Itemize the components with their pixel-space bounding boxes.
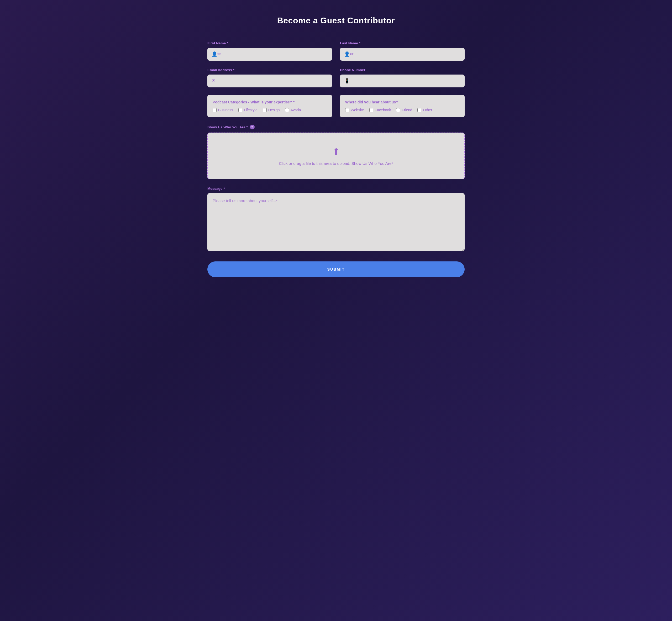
facebook-label: Facebook	[375, 108, 391, 112]
phone-icon: 📱	[344, 78, 350, 84]
last-name-input[interactable]	[356, 52, 460, 57]
checkbox-facebook[interactable]: Facebook	[369, 108, 391, 112]
design-label: Design	[268, 108, 280, 112]
email-col: Email Address * ✉	[207, 68, 332, 87]
page-title: Become a Guest Contributor	[207, 16, 465, 26]
email-input[interactable]	[218, 79, 328, 83]
business-checkbox[interactable]	[213, 108, 217, 112]
first-name-input[interactable]	[224, 52, 328, 57]
design-checkbox[interactable]	[263, 108, 267, 112]
facebook-checkbox[interactable]	[369, 108, 373, 112]
checkbox-other[interactable]: Other	[417, 108, 432, 112]
hear-about-col: Where did you hear about us? Website Fac…	[340, 95, 465, 117]
email-input-wrapper: ✉	[207, 75, 332, 87]
last-name-input-wrapper: 👤✏	[340, 48, 465, 60]
podcast-col: Podcast Categories - What is your expert…	[207, 95, 332, 117]
email-label: Email Address *	[207, 68, 332, 72]
other-label: Other	[423, 108, 432, 112]
contact-row: Email Address * ✉ Phone Number 📱	[207, 68, 465, 87]
other-checkbox[interactable]	[417, 108, 421, 112]
lifestyle-checkbox[interactable]	[238, 108, 242, 112]
website-label: Website	[351, 108, 364, 112]
podcast-options: Business Lifestyle Design Avada	[213, 108, 327, 112]
checkbox-friend[interactable]: Friend	[396, 108, 412, 112]
phone-col: Phone Number 📱	[340, 68, 465, 87]
phone-input[interactable]	[352, 79, 460, 83]
upload-instruction-text: Click or drag a file to this area to upl…	[279, 161, 393, 166]
person-edit-icon: 👤✏	[212, 51, 221, 57]
avada-label: Avada	[291, 108, 301, 112]
lifestyle-label: Lifestyle	[244, 108, 257, 112]
last-name-col: Last Name * 👤✏	[340, 41, 465, 60]
friend-label: Friend	[402, 108, 412, 112]
hear-about-options: Website Facebook Friend Other	[345, 108, 459, 112]
message-label: Message *	[207, 187, 465, 191]
message-textarea[interactable]	[207, 193, 465, 251]
envelope-icon: ✉	[212, 78, 215, 84]
friend-checkbox[interactable]	[396, 108, 400, 112]
business-label: Business	[218, 108, 233, 112]
first-name-label: First Name *	[207, 41, 332, 45]
checkbox-avada[interactable]: Avada	[285, 108, 301, 112]
checkbox-row: Podcast Categories - What is your expert…	[207, 95, 465, 117]
website-checkbox[interactable]	[345, 108, 349, 112]
form-container: Become a Guest Contributor First Name * …	[207, 16, 465, 277]
phone-label: Phone Number	[340, 68, 465, 72]
message-section: Message *	[207, 187, 465, 252]
phone-input-wrapper: 📱	[340, 75, 465, 87]
checkbox-design[interactable]: Design	[263, 108, 280, 112]
hear-about-box: Where did you hear about us? Website Fac…	[340, 95, 465, 117]
last-name-label: Last Name *	[340, 41, 465, 45]
podcast-categories-label: Podcast Categories - What is your expert…	[213, 100, 327, 104]
help-icon[interactable]: ?	[250, 125, 255, 129]
avada-checkbox[interactable]	[285, 108, 289, 112]
upload-label: Show Us Who You Are *	[207, 125, 248, 129]
name-row: First Name * 👤✏ Last Name * 👤✏	[207, 41, 465, 60]
checkbox-website[interactable]: Website	[345, 108, 364, 112]
upload-section: Show Us Who You Are * ? ⬆ Click or drag …	[207, 125, 465, 179]
upload-dropzone[interactable]: ⬆ Click or drag a file to this area to u…	[207, 132, 465, 179]
checkbox-lifestyle[interactable]: Lifestyle	[238, 108, 257, 112]
first-name-input-wrapper: 👤✏	[207, 48, 332, 60]
upload-label-row: Show Us Who You Are * ?	[207, 125, 465, 129]
submit-button[interactable]: SUBMIT	[207, 261, 465, 277]
person-icon: 👤✏	[344, 51, 354, 57]
checkbox-business[interactable]: Business	[213, 108, 233, 112]
upload-icon: ⬆	[332, 146, 340, 157]
hear-about-label: Where did you hear about us?	[345, 100, 459, 104]
podcast-categories-box: Podcast Categories - What is your expert…	[207, 95, 332, 117]
first-name-col: First Name * 👤✏	[207, 41, 332, 60]
